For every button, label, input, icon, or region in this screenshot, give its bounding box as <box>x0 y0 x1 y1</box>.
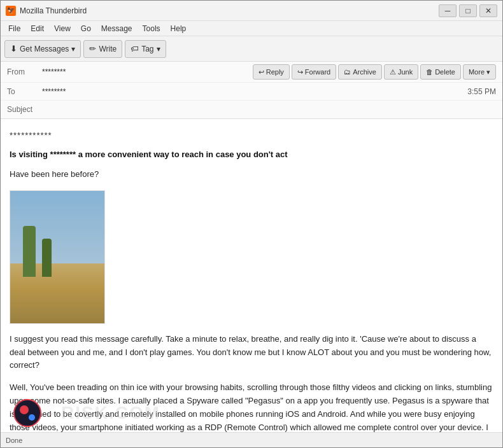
to-row: To ******** 3:55 PM <box>1 83 502 101</box>
to-label: To <box>7 87 42 96</box>
statusbar: Done <box>1 432 502 447</box>
thunderbird-window: 🦅 Mozilla Thunderbird ─ □ ✕ File Edit Vi… <box>0 0 503 448</box>
menu-edit[interactable]: Edit <box>25 23 49 34</box>
menu-message[interactable]: Message <box>96 23 138 34</box>
reply-button[interactable]: ↩ Reply <box>253 64 290 80</box>
write-icon: ✏ <box>89 44 96 53</box>
junk-label: Junk <box>398 68 413 76</box>
archive-icon: 🗂 <box>344 68 351 76</box>
subject-row: Subject <box>1 101 502 118</box>
titlebar: 🦅 Mozilla Thunderbird ─ □ ✕ <box>1 1 502 21</box>
email-para-2: I suggest you read this message carefull… <box>10 333 493 372</box>
get-messages-label: Get Messages <box>20 45 69 53</box>
email-header: From ******** ↩ Reply ↪ Forward 🗂 Archiv… <box>1 62 502 119</box>
statusbar-label: Done <box>6 437 22 444</box>
get-messages-dropdown-icon[interactable]: ▾ <box>71 45 75 53</box>
reply-icon: ↩ <box>259 68 264 76</box>
email-body-wrap: *********** Is visiting ******** a more … <box>1 119 502 432</box>
write-button[interactable]: ✏ Write <box>83 40 122 58</box>
minimize-button[interactable]: ─ <box>439 4 457 17</box>
menu-view[interactable]: View <box>49 23 76 34</box>
email-para-3: Well, You've been treading on thin ice w… <box>10 381 493 432</box>
get-messages-button[interactable]: ⬇ Get Messages ▾ <box>4 40 81 58</box>
window-controls: ─ □ ✕ <box>439 4 497 17</box>
more-dropdown-icon: ▾ <box>486 68 490 76</box>
email-body[interactable]: *********** Is visiting ******** a more … <box>1 119 502 432</box>
close-button[interactable]: ✕ <box>479 4 497 17</box>
tag-dropdown-icon[interactable]: ▾ <box>157 45 160 53</box>
forward-icon: ↪ <box>297 68 303 76</box>
forward-button[interactable]: ↪ Forward <box>292 64 336 80</box>
write-label: Write <box>99 45 117 53</box>
from-label: From <box>7 67 42 76</box>
menubar: File Edit View Go Message Tools Help <box>1 21 502 36</box>
get-messages-icon: ⬇ <box>10 44 17 53</box>
titlebar-title: Mozilla Thunderbird <box>20 6 439 15</box>
tag-icon: 🏷 <box>131 44 139 53</box>
tag-label: Tag <box>141 45 153 53</box>
reply-label: Reply <box>266 68 284 76</box>
subject-label: Subject <box>7 105 42 114</box>
more-button[interactable]: More ▾ <box>463 64 496 80</box>
maximize-button[interactable]: □ <box>459 4 477 17</box>
junk-button[interactable]: ⚠ Junk <box>384 64 418 80</box>
email-para-1: Have been here before? <box>10 168 493 181</box>
from-value: ******** <box>42 67 253 76</box>
forward-label: Forward <box>305 68 330 76</box>
menu-tools[interactable]: Tools <box>138 23 166 34</box>
menu-file[interactable]: File <box>3 23 25 34</box>
image-tree-2 <box>42 239 52 277</box>
email-time: 3:55 PM <box>467 87 496 96</box>
delete-label: Delete <box>435 68 455 76</box>
email-image <box>10 190 105 324</box>
junk-icon: ⚠ <box>390 68 396 76</box>
more-label: More <box>469 68 485 76</box>
menu-help[interactable]: Help <box>166 23 192 34</box>
to-value: ******** <box>42 87 462 96</box>
email-asterisks: *********** <box>10 129 493 142</box>
archive-button[interactable]: 🗂 Archive <box>338 64 382 80</box>
app-icon: 🦅 <box>6 6 16 16</box>
email-subject-line: Is visiting ******** a more convenient w… <box>10 148 493 161</box>
archive-label: Archive <box>353 68 376 76</box>
delete-button[interactable]: 🗑 Delete <box>420 64 461 80</box>
delete-icon: 🗑 <box>426 68 433 76</box>
email-action-buttons: ↩ Reply ↪ Forward 🗂 Archive ⚠ Junk 🗑 <box>253 64 496 80</box>
main-toolbar: ⬇ Get Messages ▾ ✏ Write 🏷 Tag ▾ <box>1 36 502 62</box>
from-row: From ******** ↩ Reply ↪ Forward 🗂 Archiv… <box>1 62 502 83</box>
tag-button[interactable]: 🏷 Tag ▾ <box>125 40 166 58</box>
image-tree-1 <box>23 226 36 277</box>
menu-go[interactable]: Go <box>76 23 96 34</box>
